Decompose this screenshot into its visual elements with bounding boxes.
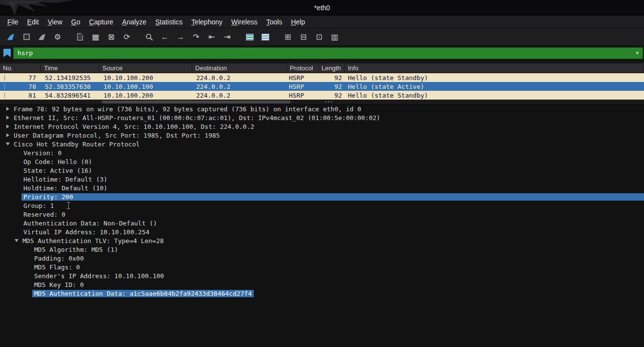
cell-protocol: HSRP: [287, 74, 319, 82]
detail-text: Hellotime: Default (3): [21, 176, 109, 183]
detail-text: Ethernet II, Src: All-HSRP-routers_01 (0…: [12, 114, 382, 122]
detail-row-md5-key-id[interactable]: MD5 Key ID: 0: [0, 280, 644, 289]
cell-source: 10.10.100.200: [100, 92, 192, 99]
colorize-icon: [246, 34, 254, 41]
menu-wireless[interactable]: Wireless: [227, 17, 262, 27]
detail-row-version[interactable]: Version: 0: [0, 148, 644, 157]
expander-collapsed-icon[interactable]: [4, 107, 12, 111]
normal-size-button[interactable]: ⊡: [311, 30, 327, 44]
colorize-packets-button[interactable]: [242, 30, 258, 44]
detail-text: Internet Protocol Version 4, Src: 10.10.…: [12, 123, 256, 130]
expander-expanded-icon[interactable]: [4, 143, 12, 145]
detail-row-md5-algorithm[interactable]: MD5 Algorithm: MD5 (1): [0, 245, 644, 254]
detail-row-reserved[interactable]: Reserved: 0: [0, 210, 644, 219]
expander-collapsed-icon[interactable]: [4, 124, 12, 128]
first-packet-button[interactable]: ⇤: [204, 30, 220, 44]
normal-size-icon: ⊡: [316, 32, 322, 41]
packet-row-78-selected[interactable]: 78 52.383357638 10.10.100.100 224.0.0.2 …: [0, 82, 644, 91]
cell-length: 92: [319, 92, 345, 99]
menu-file[interactable]: File: [3, 17, 23, 27]
document-icon: [77, 33, 83, 41]
open-file-button[interactable]: [72, 30, 88, 44]
detail-row-hellotime[interactable]: Hellotime: Default (3): [0, 175, 644, 184]
stop-capture-button[interactable]: [19, 30, 34, 44]
packet-row-81[interactable]: 81 54.832896541 10.10.100.200 224.0.0.2 …: [0, 91, 644, 100]
go-forward-button[interactable]: →: [173, 30, 188, 44]
go-back-button[interactable]: ←: [157, 30, 173, 44]
cell-length: 92: [319, 83, 345, 90]
cell-time: 52.383357638: [41, 83, 100, 90]
menu-edit[interactable]: Edit: [23, 17, 43, 27]
column-header-info[interactable]: Info: [345, 63, 644, 73]
find-packet-button[interactable]: [141, 30, 157, 44]
restart-capture-button[interactable]: [34, 30, 50, 44]
cell-source: 10.10.100.200: [100, 74, 192, 82]
menu-telephony[interactable]: Telephony: [187, 17, 227, 27]
display-filter-input[interactable]: [14, 49, 632, 57]
hscroll-handle[interactable]: [101, 101, 291, 103]
detail-text: MD5 Algorithm: MD5 (1): [32, 246, 120, 253]
close-file-button[interactable]: ⊠: [103, 30, 119, 44]
detail-text: MD5 Authentication TLV: Type=4 Len=28: [20, 237, 166, 245]
column-header-source[interactable]: Source: [100, 63, 192, 73]
column-header-time[interactable]: Time: [41, 63, 100, 73]
detail-row-hsrp[interactable]: Cisco Hot Standby Router Protocol: [0, 140, 644, 148]
detail-row-holdtime[interactable]: Holdtime: Default (10): [0, 184, 644, 192]
display-filter-field: ▾: [13, 47, 643, 59]
cell-time: 54.832896541: [41, 92, 100, 99]
menu-capture[interactable]: Capture: [85, 17, 118, 27]
expander-collapsed-icon[interactable]: [4, 116, 12, 120]
detail-row-sender-ip[interactable]: Sender's IP Address: 10.10.100.100: [0, 271, 644, 280]
detail-row-md5-tlv[interactable]: MD5 Authentication TLV: Type=4 Len=28: [0, 236, 644, 245]
detail-row-ip[interactable]: Internet Protocol Version 4, Src: 10.10.…: [0, 122, 644, 131]
cell-destination: 224.0.0.2: [192, 83, 287, 90]
menu-tools[interactable]: Tools: [262, 17, 287, 27]
detail-row-md5-auth-data-highlighted[interactable]: MD5 Authentication Data: a1c5aae6b84b2fa…: [0, 289, 644, 298]
last-packet-button[interactable]: ⇥: [220, 30, 235, 44]
filter-dropdown-arrow-icon[interactable]: ▾: [632, 50, 643, 56]
expander-collapsed-icon[interactable]: [4, 133, 12, 137]
detail-row-frame[interactable]: Frame 78: 92 bytes on wire (736 bits), 9…: [0, 104, 644, 113]
text-cursor-icon: [67, 202, 71, 209]
cell-length: 92: [319, 74, 345, 82]
detail-row-group[interactable]: Group: 1: [0, 201, 644, 210]
column-header-protocol[interactable]: Protocol: [287, 63, 319, 73]
zoom-in-button[interactable]: ⊞: [280, 30, 296, 44]
detail-row-udp[interactable]: User Datagram Protocol, Src Port: 1985, …: [0, 131, 644, 140]
packet-row-77[interactable]: 77 52.134192535 10.10.100.200 224.0.0.2 …: [0, 73, 644, 82]
expander-expanded-icon[interactable]: [13, 239, 20, 242]
column-header-destination[interactable]: Destination: [192, 63, 287, 73]
detail-row-virtual-ip[interactable]: Virtual IP Address: 10.10.100.254: [0, 227, 644, 236]
save-file-button[interactable]: ▦: [88, 30, 103, 44]
menu-help[interactable]: Help: [286, 17, 309, 27]
zoom-out-button[interactable]: ⊟: [296, 30, 311, 44]
detail-row-ethernet[interactable]: Ethernet II, Src: All-HSRP-routers_01 (0…: [0, 113, 644, 122]
detail-row-opcode[interactable]: Op Code: Hello (0): [0, 157, 644, 166]
detail-text: Group: 1: [21, 202, 56, 209]
pane-splitter-grip[interactable]: [322, 101, 335, 103]
detail-row-priority-selected[interactable]: Priority: 200: [0, 192, 644, 201]
detail-row-md5-flags[interactable]: MD5 Flags: 0: [0, 263, 644, 271]
menu-view[interactable]: View: [43, 17, 67, 27]
column-header-no[interactable]: No.: [0, 63, 41, 73]
capture-options-button[interactable]: ⚙: [50, 30, 65, 44]
reload-file-button[interactable]: ⟳: [119, 30, 135, 44]
menu-go[interactable]: Go: [67, 17, 85, 27]
auto-scroll-button[interactable]: [258, 30, 273, 44]
detail-row-auth-data[interactable]: Authentication Data: Non-Default (): [0, 219, 644, 227]
save-grid-icon: ▦: [92, 32, 99, 41]
detail-row-padding[interactable]: Padding: 0x00: [0, 254, 644, 263]
cell-protocol: HSRP: [287, 92, 319, 99]
column-header-length[interactable]: Length: [319, 63, 345, 73]
start-capture-button[interactable]: [3, 30, 19, 44]
filter-bookmark-icon[interactable]: [3, 49, 11, 57]
cell-time: 52.134192535: [41, 74, 100, 82]
detail-text: Priority: 200: [21, 193, 644, 201]
go-to-packet-button[interactable]: ↷: [188, 30, 204, 44]
resize-columns-button[interactable]: ▥: [327, 30, 342, 44]
detail-row-state[interactable]: State: Active (16): [0, 166, 644, 175]
menu-statistics[interactable]: Statistics: [151, 17, 187, 27]
detail-text: Holdtime: Default (10): [21, 184, 109, 192]
menu-analyze[interactable]: Analyze: [118, 17, 151, 27]
resize-columns-icon: ▥: [331, 32, 338, 41]
